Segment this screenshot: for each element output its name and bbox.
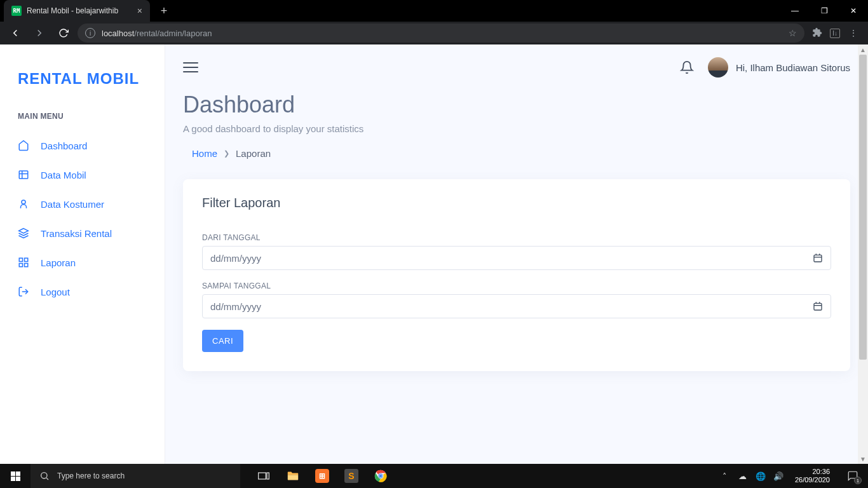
sidebar-item-label: Data Mobil	[41, 170, 86, 180]
sidebar-item-logout[interactable]: Logout	[0, 277, 165, 306]
topbar: Hi, Ilham Budiawan Sitorus	[165, 44, 868, 84]
new-tab-button[interactable]: +	[155, 2, 173, 20]
site-info-icon[interactable]: i	[85, 28, 95, 38]
chrome-icon[interactable]	[366, 464, 395, 488]
vertical-scrollbar[interactable]: ▲ ▼	[858, 44, 868, 464]
sidebar-item-label: Dashboard	[41, 140, 87, 151]
svg-rect-8	[25, 264, 28, 267]
browser-tab[interactable]: RM Rental Mobil - belajarwithib ×	[4, 0, 150, 22]
sidebar-item-dashboard[interactable]: Dashboard	[0, 131, 165, 160]
menu-icon[interactable]: ⋮	[849, 28, 858, 38]
user-menu[interactable]: Hi, Ilham Budiawan Sitorus	[708, 57, 850, 78]
breadcrumb-current: Laporan	[236, 148, 271, 159]
date-text: 26/09/2020	[795, 476, 830, 484]
to-date-label: SAMPAI TANGGAL	[202, 281, 831, 290]
bookmark-icon[interactable]: ☆	[789, 28, 797, 38]
sidebar-item-label: Logout	[41, 287, 70, 297]
sidebar-item-label: Data Kostumer	[41, 199, 104, 210]
page-viewport: RENTAL MOBIL MAIN MENU Dashboard Data Mo…	[0, 44, 868, 464]
address-bar[interactable]: i localhost/rental/admin/laporan ☆	[78, 24, 804, 43]
sidebar-item-data-kostumer[interactable]: Data Kostumer	[0, 189, 165, 219]
forward-button[interactable]	[29, 23, 50, 43]
svg-rect-7	[19, 264, 22, 267]
calendar-icon[interactable]	[813, 301, 823, 311]
maximize-button[interactable]: ❐	[810, 0, 839, 22]
grid-icon	[18, 257, 29, 268]
file-explorer-icon[interactable]	[278, 464, 308, 488]
system-tray: ˄ ☁ 🌐 🔊 20:36 26/09/2020 1	[716, 464, 868, 488]
svg-rect-0	[19, 171, 28, 179]
clock[interactable]: 20:36 26/09/2020	[790, 468, 835, 484]
logout-icon	[18, 286, 29, 297]
svg-point-3	[22, 200, 25, 204]
logo: RENTAL MOBIL	[0, 57, 165, 112]
hamburger-button[interactable]	[183, 59, 198, 76]
task-view-icon[interactable]	[249, 464, 278, 488]
extensions-icon[interactable]	[812, 27, 822, 39]
window-controls: ― ❐ ✕	[780, 0, 868, 22]
scroll-up-arrow[interactable]: ▲	[858, 44, 868, 55]
from-date-placeholder: dd/mm/yyyy	[210, 253, 261, 264]
breadcrumb: Home ❯ Laporan	[183, 146, 850, 161]
notification-badge: 1	[854, 477, 862, 484]
page-subtitle: A good dashboard to display your statist…	[183, 123, 850, 134]
search-placeholder: Type here to search	[57, 471, 125, 480]
tab-favicon: RM	[11, 6, 22, 16]
from-date-input[interactable]: dd/mm/yyyy	[202, 246, 831, 270]
svg-point-25	[379, 475, 383, 478]
sidebar-item-laporan[interactable]: Laporan	[0, 248, 165, 277]
sidebar-item-data-mobil[interactable]: Data Mobil	[0, 160, 165, 189]
onedrive-icon[interactable]: ☁	[736, 471, 749, 481]
minimize-button[interactable]: ―	[780, 0, 810, 22]
home-icon	[18, 140, 29, 151]
svg-rect-20	[259, 473, 266, 479]
start-button[interactable]	[0, 464, 31, 488]
svg-point-18	[41, 473, 47, 478]
page-title: Dashboard	[183, 92, 850, 118]
volume-icon[interactable]: 🔊	[772, 471, 785, 481]
user-icon	[18, 198, 29, 210]
tab-strip: RM Rental Mobil - belajarwithib × + ― ❐ …	[0, 0, 868, 22]
search-icon	[39, 471, 50, 481]
windows-taskbar: Type here to search ⊞ S ˄ ☁ 🌐 🔊 20:36 26…	[0, 464, 868, 488]
notifications-icon[interactable]	[680, 60, 694, 74]
sidebar-item-transaksi-rental[interactable]: Transaksi Rental	[0, 219, 165, 248]
taskbar-apps: ⊞ S	[249, 464, 395, 488]
back-button[interactable]	[5, 23, 25, 43]
reload-button[interactable]	[53, 23, 74, 43]
sidebar: RENTAL MOBIL MAIN MENU Dashboard Data Mo…	[0, 44, 165, 464]
from-date-label: DARI TANGGAL	[202, 233, 831, 242]
scroll-down-arrow[interactable]: ▼	[858, 454, 868, 464]
to-date-placeholder: dd/mm/yyyy	[210, 301, 261, 312]
svg-rect-21	[267, 473, 269, 479]
svg-rect-6	[25, 258, 28, 261]
user-greeting: Hi, Ilham Budiawan Sitorus	[736, 62, 850, 73]
main-content: Hi, Ilham Budiawan Sitorus Dashboard A g…	[165, 44, 868, 464]
network-icon[interactable]: 🌐	[754, 471, 767, 481]
toolbar: i localhost/rental/admin/laporan ☆ I↓ ⋮	[0, 22, 868, 44]
close-window-button[interactable]: ✕	[839, 0, 868, 22]
chevron-right-icon: ❯	[224, 149, 229, 158]
svg-rect-10	[814, 255, 822, 262]
svg-rect-14	[814, 303, 822, 310]
breadcrumb-home[interactable]: Home	[192, 148, 217, 159]
xampp-icon[interactable]: ⊞	[308, 464, 337, 488]
search-button[interactable]: CARI	[202, 330, 243, 352]
url-text: localhost/rental/admin/laporan	[102, 29, 212, 38]
browser-chrome: RM Rental Mobil - belajarwithib × + ― ❐ …	[0, 0, 868, 44]
calendar-icon[interactable]	[813, 253, 823, 263]
close-tab-icon[interactable]: ×	[137, 6, 142, 16]
tab-title: Rental Mobil - belajarwithib	[27, 6, 118, 15]
action-center-icon[interactable]: 1	[840, 464, 865, 488]
to-date-input[interactable]: dd/mm/yyyy	[202, 294, 831, 318]
menu-header: MAIN MENU	[0, 112, 165, 131]
svg-rect-5	[19, 258, 22, 261]
tray-overflow-icon[interactable]: ˄	[719, 471, 731, 481]
windows-logo-icon	[11, 471, 20, 481]
sublime-text-icon[interactable]: S	[337, 464, 366, 488]
idm-extension-icon[interactable]: I↓	[830, 29, 840, 38]
avatar	[708, 57, 728, 78]
scroll-thumb[interactable]	[859, 55, 867, 360]
svg-line-19	[46, 478, 48, 480]
taskbar-search[interactable]: Type here to search	[31, 464, 240, 488]
